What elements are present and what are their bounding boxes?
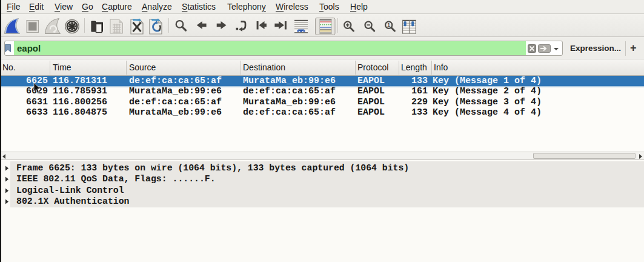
svg-text:1: 1 <box>387 22 390 28</box>
